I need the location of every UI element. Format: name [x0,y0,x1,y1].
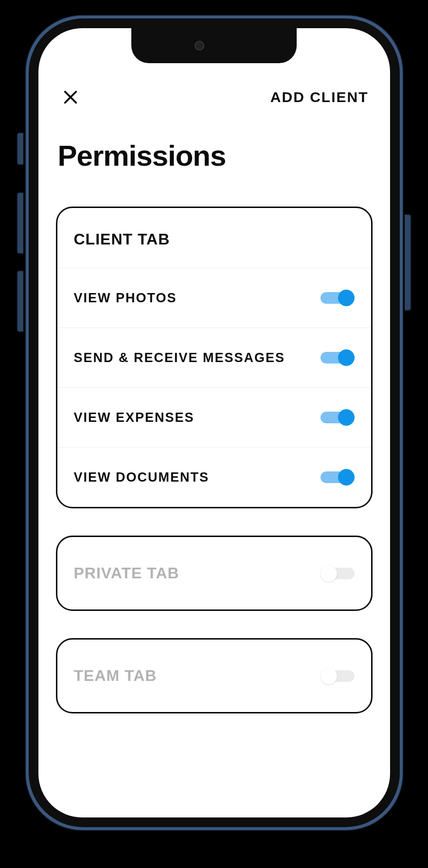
camera-icon [195,41,204,51]
toggle-knob [338,290,355,306]
device-notch [131,28,297,63]
permission-label: VIEW DOCUMENTS [74,470,210,485]
permission-label: VIEW PHOTOS [74,291,177,306]
permission-row: VIEW EXPENSES [57,387,371,447]
device-frame: ADD CLIENT Permissions CLIENT TAB VIEW P… [0,0,428,868]
close-button[interactable] [60,87,81,108]
toggle-send-receive-messages[interactable] [321,349,355,366]
page-title: Permissions [56,139,373,173]
toggle-view-photos[interactable] [321,290,355,306]
permission-label: SEND & RECEIVE MESSAGES [74,350,285,365]
add-client-button[interactable]: ADD CLIENT [270,89,369,105]
toggle-knob [338,469,355,486]
close-icon [62,89,79,105]
toggle-knob [338,409,355,426]
screen: ADD CLIENT Permissions CLIENT TAB VIEW P… [38,28,390,817]
permission-group-client-tab: CLIENT TAB VIEW PHOTOS SEND & RECEIVE ME… [56,207,373,508]
toggle-knob [321,668,337,684]
device-side-button [405,214,411,311]
permission-group-private-tab: PRIVATE TAB [56,536,373,611]
permission-group-team-tab: TEAM TAB [56,638,373,713]
toggle-knob [338,349,355,366]
toggle-view-expenses[interactable] [321,409,355,426]
device-side-button [17,192,23,254]
permission-row: SEND & RECEIVE MESSAGES [57,328,371,387]
header: ADD CLIENT [56,87,373,108]
group-title: PRIVATE TAB [74,564,179,582]
device-side-button [17,132,23,165]
group-title: TEAM TAB [74,667,157,685]
permission-label: VIEW EXPENSES [74,410,195,425]
device-side-button [17,270,23,332]
toggle-knob [321,565,337,582]
app-root: ADD CLIENT Permissions CLIENT TAB VIEW P… [38,28,390,817]
permission-row: VIEW DOCUMENTS [57,447,371,507]
permission-row: VIEW PHOTOS [57,268,371,328]
toggle-private-tab[interactable] [321,565,355,582]
group-title: CLIENT TAB [57,208,371,268]
toggle-view-documents[interactable] [321,469,355,486]
toggle-team-tab[interactable] [321,668,355,684]
